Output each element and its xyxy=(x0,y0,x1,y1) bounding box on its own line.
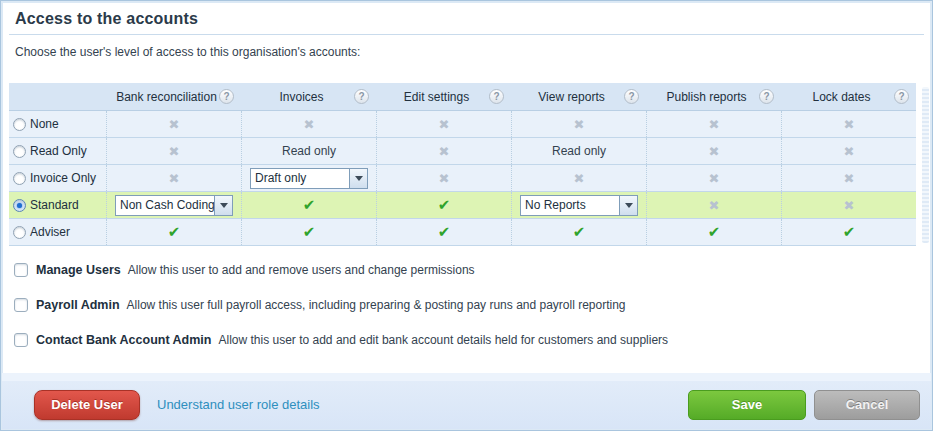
x-icon: ✖ xyxy=(574,117,585,132)
x-icon: ✖ xyxy=(169,144,180,159)
radio-standard[interactable] xyxy=(13,199,26,212)
access-row-read-only: Read Only✖Read only✖Read only✖✖ xyxy=(9,138,916,165)
cell-none-bank-reconciliation: ✖ xyxy=(106,111,241,137)
column-header-label: Publish reports xyxy=(666,90,760,104)
permission-description: Allow this user full payroll access, inc… xyxy=(127,298,626,312)
row-label-cell: Read Only xyxy=(9,138,106,164)
help-icon[interactable]: ? xyxy=(489,89,504,104)
delete-user-button[interactable]: Delete User xyxy=(34,390,140,420)
x-icon: ✖ xyxy=(709,171,720,186)
checkbox-contact-bank-account-admin[interactable] xyxy=(14,333,28,347)
row-label: Standard xyxy=(30,198,79,212)
checkbox-payroll-admin[interactable] xyxy=(14,298,28,312)
select-value: Non Cash Coding xyxy=(116,196,214,215)
column-header-bank-reconciliation: Bank reconciliation? xyxy=(106,83,241,110)
x-icon: ✖ xyxy=(439,117,450,132)
select-value: Draft only xyxy=(251,169,349,188)
footer-bar: Delete User Understand user role details… xyxy=(2,381,931,429)
radio-invoice-only[interactable] xyxy=(13,172,26,185)
cell-adviser-view-reports: ✔ xyxy=(511,219,646,245)
column-header-label: Edit settings xyxy=(404,90,483,104)
row-label-cell: Adviser xyxy=(9,219,106,245)
cell-adviser-publish-reports: ✔ xyxy=(646,219,781,245)
footer-spacer xyxy=(2,373,931,381)
cell-standard-invoices: ✔ xyxy=(241,192,376,218)
permission-label: Manage Users xyxy=(36,263,121,277)
x-icon: ✖ xyxy=(709,198,720,213)
column-header-publish-reports: Publish reports? xyxy=(646,83,781,110)
cell-standard-edit-settings: ✔ xyxy=(376,192,511,218)
x-icon: ✖ xyxy=(844,171,855,186)
cell-adviser-edit-settings: ✔ xyxy=(376,219,511,245)
permission-label: Payroll Admin xyxy=(36,298,120,312)
cell-invoice-only-view-reports: ✖ xyxy=(511,165,646,191)
access-panel: Access to the accounts Choose the user's… xyxy=(0,0,933,431)
no-reports-select[interactable]: No Reports xyxy=(520,195,638,216)
x-icon: ✖ xyxy=(709,117,720,132)
check-icon: ✔ xyxy=(843,223,856,241)
help-icon[interactable]: ? xyxy=(759,89,774,104)
table-body: None✖✖✖✖✖✖Read Only✖Read only✖Read only✖… xyxy=(9,111,916,246)
check-icon: ✔ xyxy=(438,223,451,241)
cell-adviser-bank-reconciliation: ✔ xyxy=(106,219,241,245)
check-icon: ✔ xyxy=(168,223,181,241)
x-icon: ✖ xyxy=(844,117,855,132)
cell-invoice-only-publish-reports: ✖ xyxy=(646,165,781,191)
row-label-cell: Standard xyxy=(9,192,106,218)
x-icon: ✖ xyxy=(169,117,180,132)
row-label: None xyxy=(30,117,59,131)
title-divider xyxy=(9,34,924,35)
cell-text: Read only xyxy=(552,144,606,158)
radio-read-only[interactable] xyxy=(13,145,26,158)
cell-none-invoices: ✖ xyxy=(241,111,376,137)
cell-read-only-bank-reconciliation: ✖ xyxy=(106,138,241,164)
draft-only-select[interactable]: Draft only xyxy=(250,168,368,189)
x-icon: ✖ xyxy=(304,117,315,132)
help-icon[interactable]: ? xyxy=(354,89,369,104)
check-icon: ✔ xyxy=(708,223,721,241)
select-value: No Reports xyxy=(521,196,619,215)
dropdown-button[interactable] xyxy=(349,169,367,188)
access-row-adviser: Adviser✔✔✔✔✔✔ xyxy=(9,219,916,246)
x-icon: ✖ xyxy=(844,144,855,159)
dropdown-button[interactable] xyxy=(214,196,232,215)
column-header-invoices: Invoices? xyxy=(241,83,376,110)
cell-invoice-only-lock-dates: ✖ xyxy=(781,165,916,191)
access-level-table: Bank reconciliation?Invoices?Edit settin… xyxy=(9,83,916,246)
help-icon[interactable]: ? xyxy=(894,89,909,104)
page-subtitle: Choose the user's level of access to thi… xyxy=(15,45,360,59)
dropdown-button[interactable] xyxy=(619,196,637,215)
check-icon: ✔ xyxy=(438,196,451,214)
non-cash-coding-select[interactable]: Non Cash Coding xyxy=(115,195,233,216)
x-icon: ✖ xyxy=(439,144,450,159)
cell-read-only-edit-settings: ✖ xyxy=(376,138,511,164)
cell-adviser-invoices: ✔ xyxy=(241,219,376,245)
chevron-down-icon xyxy=(355,176,363,181)
x-icon: ✖ xyxy=(574,171,585,186)
chevron-down-icon xyxy=(220,203,228,208)
scrollbar[interactable] xyxy=(922,87,929,243)
column-header-label: Invoices xyxy=(279,90,337,104)
help-icon[interactable]: ? xyxy=(624,89,639,104)
cell-standard-publish-reports: ✖ xyxy=(646,192,781,218)
cell-standard-lock-dates: ✖ xyxy=(781,192,916,218)
radio-none[interactable] xyxy=(13,118,26,131)
permission-description: Allow this user to add and remove users … xyxy=(128,263,475,277)
help-icon[interactable]: ? xyxy=(219,89,234,104)
cell-adviser-lock-dates: ✔ xyxy=(781,219,916,245)
table-header-row: Bank reconciliation?Invoices?Edit settin… xyxy=(9,83,916,111)
x-icon: ✖ xyxy=(169,171,180,186)
cell-text: Read only xyxy=(282,144,336,158)
user-role-details-link[interactable]: Understand user role details xyxy=(157,397,320,412)
permission-label: Contact Bank Account Admin xyxy=(36,333,211,347)
x-icon: ✖ xyxy=(439,171,450,186)
check-icon: ✔ xyxy=(573,223,586,241)
radio-adviser[interactable] xyxy=(13,226,26,239)
cell-none-lock-dates: ✖ xyxy=(781,111,916,137)
checkbox-manage-users[interactable] xyxy=(14,263,28,277)
save-button[interactable]: Save xyxy=(688,390,806,420)
row-label-cell: Invoice Only xyxy=(9,165,106,191)
row-label: Adviser xyxy=(30,225,70,239)
check-icon: ✔ xyxy=(303,196,316,214)
cancel-button[interactable]: Cancel xyxy=(814,390,920,420)
